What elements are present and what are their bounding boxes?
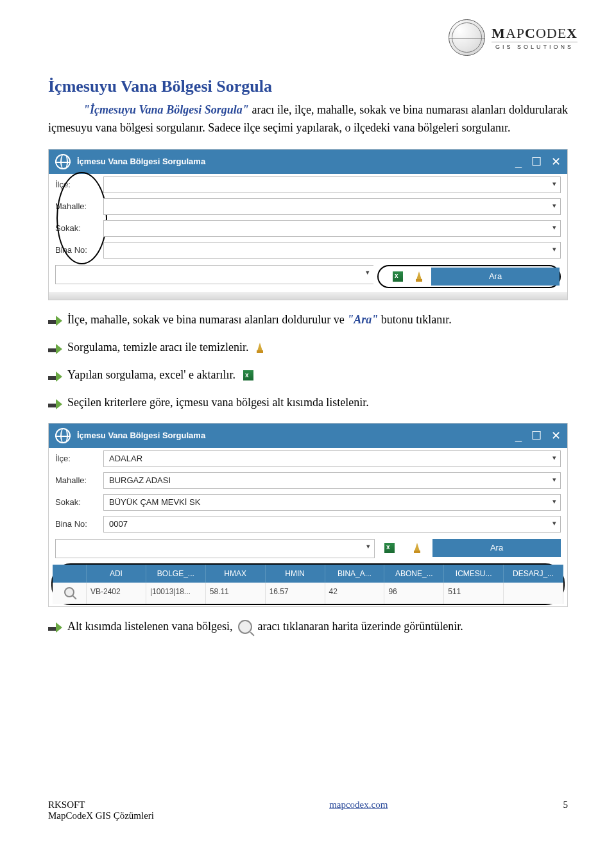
- bullet-3: Yapılan sorgulama, excel' e aktarılır.: [48, 367, 568, 383]
- broom-icon[interactable]: [414, 543, 420, 553]
- select-binano-2[interactable]: 0007: [103, 516, 561, 533]
- arrow-icon: [48, 316, 62, 326]
- window-title-2: İçmesu Vana Bölgesi Sorgulama: [77, 431, 509, 440]
- label-mahalle: Mahalle:: [55, 475, 103, 485]
- bullet-5: Alt kısımda listelenen vana bölgesi, ara…: [48, 619, 568, 635]
- label-mahalle: Mahalle:: [55, 201, 103, 211]
- select-mahalle[interactable]: [103, 198, 561, 215]
- excel-icon[interactable]: [393, 271, 403, 282]
- window-titlebar: İçmesu Vana Bölgesi Sorgulama _ ☐ ✕: [49, 150, 567, 174]
- footer-product: MapCodeX GIS Çözümleri: [48, 810, 154, 821]
- select-mahalle-2[interactable]: BURGAZ ADASI: [103, 472, 561, 489]
- brand-tagline: GIS SOLUTIONS: [492, 42, 578, 50]
- footer-link[interactable]: mapcodex.com: [329, 799, 388, 810]
- window-titlebar-2: İçmesu Vana Bölgesi Sorgulama _ ☐ ✕: [49, 423, 567, 448]
- select-ilce[interactable]: [103, 176, 561, 193]
- select-ilce-2[interactable]: ADALAR: [103, 450, 561, 467]
- app-icon: [55, 428, 71, 443]
- minimize-icon[interactable]: _: [515, 155, 522, 169]
- label-sokak: Sokak:: [55, 223, 103, 233]
- filter-input-2[interactable]: [55, 539, 375, 558]
- magnifier-icon[interactable]: [64, 587, 74, 597]
- screenshot-2: İçmesu Vana Bölgesi Sorgulama _ ☐ ✕ İlçe…: [48, 423, 568, 607]
- broom-icon: [257, 343, 263, 353]
- minimize-icon[interactable]: _: [515, 429, 522, 443]
- label-binano: Bina No:: [55, 519, 103, 529]
- window-title: İçmesu Vana Bölgesi Sorgulama: [77, 157, 509, 166]
- brand-logo: MAPCODEX GIS SOLUTIONS: [449, 19, 578, 56]
- select-binano[interactable]: [103, 242, 561, 259]
- search-button-2[interactable]: Ara: [432, 539, 561, 557]
- close-icon[interactable]: ✕: [551, 155, 561, 169]
- page-number: 5: [563, 799, 568, 821]
- bullet-2: Sorgulama, temizle aracı ile temizlenir.: [48, 339, 568, 355]
- footer-company: RKSOFT: [48, 799, 154, 810]
- close-icon[interactable]: ✕: [551, 429, 561, 443]
- results-table-header: ADI BOLGE_... HMAX HMIN BINA_A... ABONE_…: [53, 565, 563, 583]
- maximize-icon[interactable]: ☐: [531, 155, 542, 169]
- arrow-icon: [48, 399, 62, 409]
- page-footer: RKSOFT MapCodeX GIS Çözümleri mapcodex.c…: [48, 799, 568, 821]
- app-icon: [55, 154, 71, 169]
- intro-paragraph: "İçmesuyu Vana Bölgesi Sorgula" aracı il…: [48, 101, 568, 137]
- globe-graphic: [449, 19, 485, 56]
- label-sokak: Sokak:: [55, 497, 103, 507]
- arrow-icon: [48, 372, 62, 382]
- maximize-icon[interactable]: ☐: [531, 429, 542, 443]
- page-heading: İçmesuyu Vana Bölgesi Sorgula: [48, 77, 568, 96]
- action-highlight-ring: Ara: [377, 265, 561, 288]
- arrow-icon: [48, 622, 62, 633]
- label-ilce: İlçe:: [55, 180, 103, 189]
- table-row[interactable]: VB-2402 |10013|18... 58.11 16.57 42 96 5…: [53, 583, 563, 604]
- excel-icon: [243, 370, 253, 380]
- bullet-1: İlçe, mahalle, sokak ve bina numarası al…: [48, 312, 568, 328]
- brand-name: MAPCODEX: [492, 25, 578, 42]
- broom-icon[interactable]: [416, 271, 422, 282]
- label-binano: Bina No:: [55, 245, 103, 255]
- select-sokak-2[interactable]: BÜYÜK ÇAM MEVKİ SK: [103, 494, 561, 511]
- search-button[interactable]: Ara: [431, 268, 560, 286]
- arrow-icon: [48, 344, 62, 354]
- screenshot-1: İçmesu Vana Bölgesi Sorgulama _ ☐ ✕ İlçe…: [48, 149, 568, 300]
- bullet-4: Seçilen kriterlere göre, içmesu vana böl…: [48, 395, 568, 411]
- filter-input[interactable]: [55, 265, 373, 284]
- select-sokak[interactable]: [103, 220, 561, 237]
- excel-icon[interactable]: [384, 543, 395, 553]
- label-ilce: İlçe:: [55, 454, 103, 463]
- magnifier-icon: [238, 620, 252, 634]
- results-highlight-ring: ADI BOLGE_... HMAX HMIN BINA_A... ABONE_…: [51, 563, 565, 605]
